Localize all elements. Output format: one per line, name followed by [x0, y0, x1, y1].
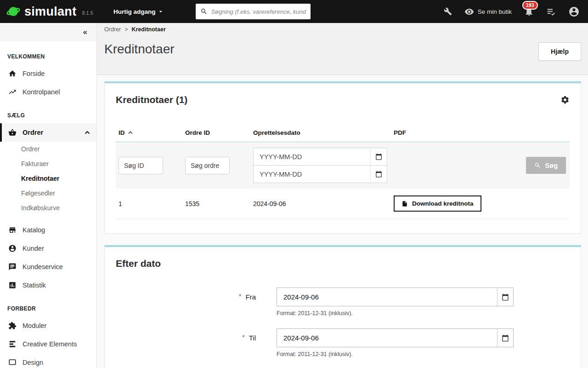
filter-id-input[interactable]: [119, 157, 163, 174]
search-submit-button[interactable]: Søg: [526, 157, 566, 174]
breadcrumb: Ordrer > Kreditnotaer: [104, 26, 581, 33]
credit-slips-table: ID Ordre ID Oprettelsesdato PDF: [116, 126, 570, 219]
sidebar-subitem-label: Følgesedler: [21, 190, 55, 197]
sidebar-subitem-kreditnotaer[interactable]: Kreditnotaer: [0, 171, 96, 186]
design-icon: [8, 358, 17, 367]
panel-title: Kreditnotaer (1): [116, 94, 187, 105]
sidebar-item-forside[interactable]: Forside: [0, 64, 96, 83]
list-check-icon[interactable]: [546, 7, 556, 17]
sidebar-subitem-label: Kreditnotaer: [21, 175, 59, 182]
quick-access-label: Hurtig adgang: [113, 8, 156, 15]
shopping-basket-icon: [8, 128, 17, 137]
sidebar-section-saelg: SÆLG: [0, 101, 96, 123]
sidebar-nav: VELKOMMEN Forside Kontrolpanel SÆLG Ordr…: [0, 41, 96, 368]
user-circle-icon: [8, 244, 17, 253]
search-icon: [534, 162, 541, 169]
user-avatar-icon[interactable]: [568, 6, 580, 17]
filter-row: Søg: [116, 142, 570, 189]
column-header-date[interactable]: Oprettelsesdato: [250, 126, 391, 142]
topbar-actions: Se min butik 193: [444, 6, 580, 17]
eye-icon: [464, 7, 474, 17]
help-button[interactable]: Hjælp: [538, 42, 581, 61]
page-header: Ordrer > Kreditnotaer Kreditnotaer Hjælp: [97, 23, 588, 75]
notifications-button[interactable]: 193: [524, 7, 534, 17]
calendar-icon[interactable]: [497, 329, 513, 347]
file-icon: [401, 201, 408, 207]
from-date-input[interactable]: [277, 288, 497, 306]
from-date-group: [277, 288, 514, 306]
calendar-icon[interactable]: [370, 148, 387, 165]
sidebar-item-kundeservice[interactable]: Kundeservice: [0, 258, 96, 276]
to-date-input[interactable]: [277, 329, 497, 347]
calendar-icon[interactable]: [497, 288, 513, 306]
sidebar-subitem-label: Fakturaer: [21, 160, 49, 167]
sidebar-subitem-ordrer[interactable]: Ordrer: [0, 142, 96, 156]
sidebar-item-label: Ordrer: [23, 129, 43, 136]
sidebar-section-velkommen: VELKOMMEN: [0, 47, 96, 64]
topbar: simulant 8.1.5 Hurtig adgang Se min buti…: [0, 0, 588, 23]
search-input[interactable]: [211, 8, 306, 15]
search-icon: [200, 8, 208, 15]
sidebar-item-katalog[interactable]: Katalog: [0, 221, 96, 239]
gear-icon[interactable]: [560, 95, 570, 104]
breadcrumb-parent[interactable]: Ordrer: [104, 26, 121, 33]
sidebar-item-label: Kundeservice: [23, 263, 63, 270]
to-label: *Til: [116, 334, 277, 342]
page-title: Kreditnotaer: [104, 42, 581, 57]
view-shop-link[interactable]: Se min butik: [464, 7, 512, 17]
filter-order-input[interactable]: [185, 157, 230, 174]
brand-logo[interactable]: simulant: [0, 5, 76, 19]
wrench-icon[interactable]: [444, 7, 452, 16]
breadcrumb-current: Kreditnotaer: [131, 26, 165, 33]
sidebar-item-label: Forside: [23, 70, 45, 77]
credit-slips-panel: Kreditnotaer (1) ID Ordre ID: [104, 81, 581, 234]
sidebar-item-creative-elements[interactable]: Creative Elements: [0, 335, 96, 353]
filter-date-to-group: [253, 165, 387, 183]
form-row-from: *Fra: [116, 288, 570, 306]
panel-title: Efter dato: [116, 258, 161, 269]
column-header-id[interactable]: ID: [116, 126, 182, 142]
sidebar-item-design[interactable]: Design: [0, 353, 96, 368]
sidebar-item-label: Katalog: [23, 226, 45, 234]
by-date-panel: Efter dato *Fra Format: 2011-12-31 (inkl…: [104, 245, 581, 368]
brand-name: simulant: [24, 5, 76, 19]
trending-up-icon: [8, 88, 17, 96]
sidebar-item-moduler[interactable]: Moduler: [0, 316, 96, 335]
home-icon: [8, 69, 17, 78]
page-content: Kreditnotaer (1) ID Ordre ID: [97, 75, 588, 368]
required-marker: *: [239, 293, 241, 300]
sidebar-item-statistik[interactable]: Statistik: [0, 276, 96, 294]
filter-date-from-input[interactable]: [254, 148, 370, 165]
sidebar-item-label: Moduler: [23, 322, 46, 329]
collapse-sidebar-icon[interactable]: «: [83, 28, 87, 37]
main-area: Ordrer > Kreditnotaer Kreditnotaer Hjælp…: [97, 23, 588, 368]
puzzle-icon: [8, 322, 17, 330]
sidebar-item-label: Kontrolpanel: [23, 88, 60, 96]
sidebar-item-label: Kunder: [23, 245, 44, 252]
calendar-icon[interactable]: [370, 166, 387, 183]
cell-id: 1: [116, 189, 182, 219]
sidebar-subitem-indkobskurve[interactable]: Indkøbskurve: [0, 201, 96, 215]
chat-icon: [8, 263, 17, 271]
download-credit-slip-button[interactable]: Download kreditnota: [394, 196, 481, 212]
quick-access-menu[interactable]: Hurtig adgang: [113, 8, 165, 15]
form-row-to: *Til: [116, 328, 570, 347]
version-label: 8.1.5: [82, 10, 93, 16]
notification-badge: 193: [522, 1, 538, 10]
sidebar-section-forbedr: FORBEDR: [0, 294, 96, 316]
sidebar-subitem-fakturaer[interactable]: Fakturaer: [0, 156, 96, 171]
sidebar-subitem-folgesedler[interactable]: Følgesedler: [0, 186, 96, 201]
chevron-up-icon: [85, 131, 90, 134]
cell-order-id: 1535: [182, 189, 250, 219]
sidebar-item-kunder[interactable]: Kunder: [0, 239, 96, 258]
column-header-order-id[interactable]: Ordre ID: [182, 126, 250, 142]
sidebar-subitem-label: Indkøbskurve: [21, 204, 60, 212]
chevron-down-icon: [157, 8, 164, 15]
from-format-hint: Format: 2011-12-31 (inklusiv).: [277, 310, 570, 316]
filter-date-to-input[interactable]: [254, 166, 370, 183]
sidebar: « VELKOMMEN Forside Kontrolpanel SÆLG Or…: [0, 23, 97, 368]
sidebar-item-ordrer[interactable]: Ordrer: [0, 123, 96, 142]
to-format-hint: Format: 2011-12-31 (inklusiv).: [277, 351, 570, 357]
sidebar-item-kontrolpanel[interactable]: Kontrolpanel: [0, 83, 96, 101]
cell-date: 2024-09-06: [250, 189, 391, 219]
